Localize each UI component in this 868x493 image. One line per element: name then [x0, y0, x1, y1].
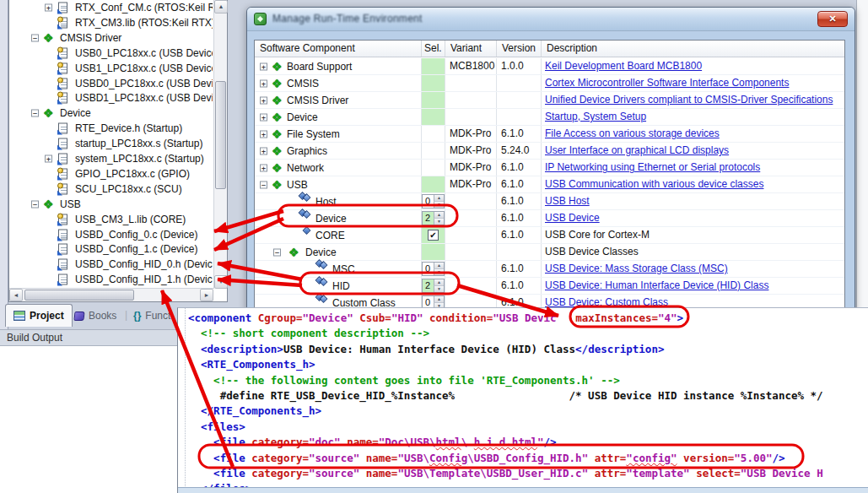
component-description-link[interactable]: Unified Device Drivers compliant to CMSI…: [545, 94, 833, 106]
tree-item[interactable]: +RTX_Conf_CM.c (RTOS:Keil RT: [10, 0, 213, 15]
tree-item[interactable]: +system_LPC18xx.c (Startup): [10, 151, 213, 166]
selection-cell: 0▲▼: [422, 193, 445, 209]
component-row[interactable]: +❖GraphicsMDK-Pro5.24.0User Interface on…: [255, 143, 844, 160]
variant-cell: [445, 92, 497, 108]
row-expander[interactable]: −: [273, 248, 281, 256]
xml-editor-pane[interactable]: <component Cgroup="Device" Csub="HID" co…: [177, 307, 868, 493]
component-row[interactable]: MSC0▲▼6.1.0USB Device: Mass Storage Clas…: [255, 261, 844, 278]
tree-item[interactable]: RTE_Device.h (Startup): [10, 121, 213, 136]
tree-item[interactable]: USBD1_LPC18xx.c (USB Device:: [10, 90, 213, 106]
scroll-down-icon[interactable]: ▼: [214, 275, 228, 289]
core-checkbox[interactable]: ✔: [428, 230, 439, 241]
component-description-link[interactable]: File Access on various storage devices: [545, 127, 720, 139]
tree-item[interactable]: startup_LPC18xx.s (Startup): [10, 136, 213, 151]
tab-books[interactable]: Books: [74, 306, 116, 326]
component-description-link[interactable]: USB Device: Custom Class: [545, 296, 668, 308]
spinner-down-icon[interactable]: ▼: [434, 202, 444, 208]
component-description-link[interactable]: USB Host: [545, 195, 590, 207]
component-description-link[interactable]: USB Device: Mass Storage Class (MSC): [545, 263, 728, 274]
row-expander[interactable]: +: [260, 130, 267, 138]
code-segment: <!-- the following content goes into fil…: [188, 374, 620, 387]
tree-item[interactable]: USBD_Config_0.c (Device): [10, 227, 213, 242]
spinner-up-icon[interactable]: ▲: [434, 263, 444, 269]
component-description-link[interactable]: Startup, System Setup: [545, 111, 646, 122]
spinner-down-icon[interactable]: ▼: [434, 286, 444, 292]
tree-item[interactable]: USBD_Config_HID_0.h (Device:: [10, 257, 213, 272]
row-expander[interactable]: +: [260, 113, 267, 121]
scrollbar-thumb[interactable]: [24, 290, 134, 301]
tree-item[interactable]: USBD_Config_HID_1.h (Device:: [10, 272, 213, 287]
dialog-titlebar[interactable]: Manage Run-Time Environment ✕: [247, 8, 855, 31]
tree-expander[interactable]: −: [31, 35, 39, 42]
component-description-link[interactable]: USB Communication with various device cl…: [545, 178, 763, 190]
tree-expander[interactable]: +: [45, 155, 52, 163]
row-expander[interactable]: +: [260, 147, 267, 154]
component-row[interactable]: +❖File SystemMDK-Pro6.1.0File Access on …: [255, 126, 844, 143]
tab-functions[interactable]: {} Funct: [133, 306, 170, 326]
tree-vertical-scrollbar[interactable]: ▲ ▼: [213, 0, 227, 289]
component-description-link[interactable]: Keil Development Board MCB1800: [545, 60, 702, 72]
component-row[interactable]: HID2▲▼6.1.0USB Device: Human Interface D…: [255, 278, 844, 295]
tree-item[interactable]: USBD0_LPC18xx.c (USB Device:: [10, 76, 213, 91]
row-expander[interactable]: +: [260, 164, 267, 171]
component-row[interactable]: +❖NetworkMDK-Pro6.1.0IP Networking using…: [255, 160, 844, 176]
component-row[interactable]: +❖CMSIS DriverUnified Device Drivers com…: [255, 92, 844, 109]
tree-expander[interactable]: −: [31, 201, 39, 209]
component-description-link[interactable]: User Interface on graphical LCD displays: [545, 144, 729, 156]
component-row[interactable]: +❖CMSISCortex Microcontroller Software I…: [255, 75, 844, 92]
tab-project[interactable]: Project: [5, 304, 73, 327]
component-row[interactable]: Device2▲▼6.1.0USB Device: [255, 210, 844, 227]
code-segment: />: [772, 452, 784, 464]
component-description-link[interactable]: USB Device: Human Interface Device (HID)…: [545, 279, 768, 291]
component-description-link[interactable]: Cortex Microcontroller Software Interfac…: [545, 77, 789, 89]
instance-spinner[interactable]: 0▲▼: [422, 194, 445, 209]
component-description-link[interactable]: IP Networking using Ethernet or Serial p…: [545, 161, 760, 173]
tree-horizontal-scrollbar[interactable]: ◄ ►: [9, 288, 213, 301]
spinner-up-icon[interactable]: ▲: [434, 279, 444, 286]
component-row[interactable]: CORE✔6.1.0USB Core for Cortex-M: [255, 227, 844, 244]
component-row[interactable]: Host0▲▼6.1.0USB Host: [255, 193, 844, 210]
spinner-down-icon[interactable]: ▼: [434, 219, 444, 225]
code-segment: "USB Device H: [741, 467, 823, 479]
row-expander[interactable]: +: [260, 96, 267, 104]
component-row[interactable]: −❖USBMDK-Pro6.1.0USB Communication with …: [255, 176, 844, 193]
spinner-up-icon[interactable]: ▲: [434, 195, 444, 202]
variant-cell: [445, 75, 497, 91]
spinner-up-icon[interactable]: ▲: [434, 296, 444, 303]
component-row[interactable]: +❖DeviceStartup, System Setup: [255, 109, 844, 126]
instance-spinner[interactable]: 2▲▼: [422, 211, 445, 225]
scroll-up-icon[interactable]: ▲: [214, 0, 228, 14]
tree-expander[interactable]: −: [31, 110, 39, 117]
tree-item[interactable]: SCU_LPC18xx.c (SCU): [10, 181, 213, 197]
description-cell: USB Device: Human Interface Device (HID)…: [542, 278, 844, 294]
tree-item[interactable]: GPIO_LPC18xx.c (GPIO): [10, 166, 213, 181]
code-segment: "config": [626, 452, 677, 464]
tree-item[interactable]: USBD_Config_1.c (Device): [10, 241, 213, 257]
tree-item-label: USBD_Config_HID_1.h (Device:: [75, 274, 213, 285]
scrollbar-thumb[interactable]: [215, 81, 226, 189]
spinner-down-icon[interactable]: ▼: [434, 269, 444, 275]
close-button[interactable]: ✕: [817, 11, 848, 27]
build-output-header[interactable]: Build Output: [0, 329, 178, 346]
scroll-left-icon[interactable]: ◄: [9, 289, 23, 301]
row-expander[interactable]: −: [260, 181, 267, 188]
selection-cell: ✔: [422, 227, 445, 243]
tree-expander[interactable]: +: [45, 4, 52, 12]
tree-item[interactable]: USB0_LPC18xx.c (USB Device:U: [10, 46, 213, 61]
tree-item[interactable]: USB_CM3_L.lib (CORE): [10, 212, 213, 227]
component-description-link[interactable]: USB Device: [545, 212, 600, 224]
tree-item[interactable]: RTX_CM3.lib (RTOS:Keil RTX): [10, 15, 213, 30]
component-row[interactable]: −❖DeviceUSB Device Classes: [255, 244, 844, 261]
instance-spinner[interactable]: 2▲▼: [422, 279, 445, 293]
instance-spinner[interactable]: 0▲▼: [422, 262, 445, 276]
row-expander[interactable]: +: [260, 62, 267, 70]
component-row[interactable]: +❖Board SupportMCB18001.0.0Keil Developm…: [255, 58, 844, 75]
scroll-right-icon[interactable]: ►: [200, 289, 213, 301]
component-icon: [315, 263, 329, 274]
tree-item[interactable]: USB1_LPC18xx.c (USB Device:U: [10, 61, 213, 76]
tree-item[interactable]: −❖Device: [10, 106, 213, 121]
row-expander[interactable]: +: [260, 79, 267, 87]
tree-item[interactable]: −❖USB: [10, 197, 213, 212]
spinner-up-icon[interactable]: ▲: [434, 212, 444, 219]
tree-item[interactable]: −❖CMSIS Driver: [10, 30, 213, 46]
